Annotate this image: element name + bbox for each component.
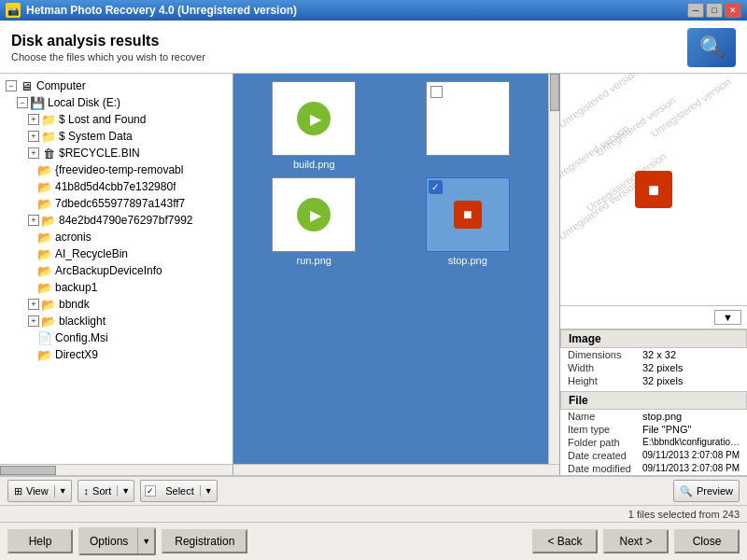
- tree-expand-computer[interactable]: −: [6, 80, 17, 91]
- minimize-button[interactable]: ─: [687, 3, 704, 18]
- dimensions-value: 32 x 32: [642, 349, 676, 360]
- tree-expand-system-data[interactable]: +: [28, 131, 39, 142]
- options-button[interactable]: Options: [80, 529, 137, 553]
- preview-dropdown[interactable]: ▼: [560, 305, 747, 329]
- tree-label-folder3: 84e2bd4790e76297bf7992: [59, 214, 192, 227]
- preview-btn[interactable]: 🔍 Preview: [673, 480, 740, 502]
- right-panel: Unregistered version Unregistered versio…: [560, 74, 747, 475]
- folder-icon-ai-recycle: 📂: [37, 246, 52, 261]
- sort-icon-label[interactable]: ↕ Sort: [78, 485, 119, 497]
- folder-icon-bbndk: 📂: [41, 297, 56, 312]
- registration-button[interactable]: Registration: [162, 529, 247, 553]
- file-item-build[interactable]: build.png: [241, 81, 388, 170]
- created-label: Date created: [568, 450, 642, 461]
- file-thumb-run[interactable]: [272, 177, 356, 252]
- options-btn-group[interactable]: Options ▼: [78, 527, 156, 555]
- tree-item-local-disk[interactable]: − 💾 Local Disk (E:): [0, 94, 233, 111]
- middle-scroll-thumb[interactable]: [550, 74, 559, 111]
- file-thumb-stop[interactable]: ✓: [426, 177, 510, 252]
- watermark-2: Unregistered version: [594, 94, 678, 158]
- tree-item-arcbackup[interactable]: 📂 ArcBackupDeviceInfo: [0, 262, 233, 279]
- tree-expand-blacklight[interactable]: +: [28, 315, 39, 327]
- stop-icon-stop: [454, 201, 482, 229]
- tree-expand-lost-found[interactable]: +: [28, 114, 39, 125]
- tree-expand-bbndk[interactable]: +: [28, 299, 39, 310]
- preview-icon-label[interactable]: 🔍 Preview: [674, 485, 739, 497]
- file-thumb-empty[interactable]: [426, 81, 510, 156]
- middle-panel-vscrollbar[interactable]: [548, 74, 559, 464]
- title-bar-controls: ─ □ ✕: [687, 3, 741, 18]
- tree-item-bbndk[interactable]: + 📂 bbndk: [0, 296, 233, 313]
- left-panel: − 🖥 Computer − 💾 Local Disk (E:) + 📁 $ L…: [0, 74, 233, 475]
- close-button[interactable]: Close: [674, 529, 740, 553]
- file-item-empty[interactable]: [395, 81, 542, 170]
- tree-item-folder2[interactable]: 📂 7dbedc655977897a143ff7: [0, 195, 233, 212]
- tree-expand-local-disk[interactable]: −: [17, 97, 28, 108]
- page-title: Disk analysis results: [11, 33, 205, 49]
- sort-label: Sort: [92, 485, 111, 497]
- info-row-width: Width 32 pixels: [560, 361, 747, 374]
- tree-item-recycle-bin[interactable]: + 🗑 $RECYCLE.BIN: [0, 145, 233, 161]
- next-button[interactable]: Next >: [603, 529, 669, 553]
- file-checkbox-empty[interactable]: [430, 86, 443, 98]
- select-label[interactable]: Select: [160, 485, 201, 497]
- hdd-icon: 💾: [30, 95, 45, 110]
- tree-item-folder3[interactable]: + 📂 84e2bd4790e76297bf7992: [0, 212, 233, 229]
- tree-h-scrollbar[interactable]: [0, 464, 233, 475]
- play-icon-run: [297, 198, 331, 231]
- tree-label-local-disk: Local Disk (E:): [48, 96, 120, 109]
- close-window-button[interactable]: ✕: [725, 3, 741, 18]
- tree-item-folder1[interactable]: 📂 41b8d5d4cbb7e132980f: [0, 178, 233, 195]
- view-icon-label[interactable]: ⊞ View: [8, 485, 55, 497]
- options-dropdown-arrow[interactable]: ▼: [137, 529, 154, 553]
- tree-label-folder2: 7dbedc655977897a143ff7: [55, 197, 185, 210]
- file-item-stop[interactable]: ✓ stop.png: [395, 177, 542, 266]
- info-row-type: Item type File "PNG": [560, 423, 747, 436]
- title-bar-left: 📷 Hetman Photo Recovery 4.0 (Unregistere…: [6, 3, 297, 18]
- select-checkbox: ✓: [141, 485, 160, 497]
- tree-item-config-msi[interactable]: 📄 Config.Msi: [0, 329, 233, 346]
- window-title: Hetman Photo Recovery 4.0 (Unregistered …: [26, 4, 297, 17]
- folder-icon-1: 📂: [37, 179, 52, 194]
- preview-icon: 🔍: [680, 485, 693, 497]
- tree-item-backup1[interactable]: 📂 backup1: [0, 279, 233, 296]
- help-button[interactable]: Help: [7, 529, 73, 553]
- folder-icon-3: 📂: [41, 213, 56, 228]
- tree-expand-recycle-bin[interactable]: +: [28, 147, 39, 159]
- tree-item-freevideo[interactable]: 📂 {freevideo-temp-removabl: [0, 161, 233, 178]
- status-text: 1 files selected from 243: [628, 509, 740, 520]
- width-label: Width: [568, 362, 642, 373]
- tree-expand-folder3[interactable]: +: [28, 215, 39, 226]
- sort-btn-group[interactable]: ↕ Sort ▼: [78, 480, 135, 502]
- tree-label-ai-recycle: AI_RecycleBin: [55, 247, 128, 260]
- back-button[interactable]: < Back: [532, 529, 598, 553]
- file-label-stop: stop.png: [448, 255, 487, 266]
- tree-item-blacklight[interactable]: + 📂 blacklight: [0, 313, 233, 329]
- watermark-5: Unregistered version: [560, 178, 641, 242]
- maximize-button[interactable]: □: [706, 3, 723, 18]
- tree-item-ai-recycle[interactable]: 📂 AI_RecycleBin: [0, 245, 233, 262]
- middle-panel[interactable]: build.png run.png: [233, 74, 560, 475]
- file-checkbox-stop[interactable]: ✓: [430, 182, 443, 194]
- tree-h-scroll-thumb[interactable]: [0, 466, 56, 475]
- image-section-title: Image: [560, 329, 747, 348]
- dimensions-label: Dimensions: [568, 349, 642, 360]
- tree-item-acronis[interactable]: 📂 acronis: [0, 229, 233, 245]
- select-btn-group[interactable]: ✓ Select ▼: [140, 480, 218, 502]
- info-row-folder: Folder path E:\bbndk\configuration\org.e…: [560, 436, 747, 449]
- tree-item-directx9[interactable]: 📂 DirectX9: [0, 346, 233, 363]
- preview-dropdown-button[interactable]: ▼: [714, 310, 741, 325]
- file-item-run[interactable]: run.png: [241, 177, 388, 266]
- tree-item-lost-found[interactable]: + 📁 $ Lost and Found: [0, 111, 233, 128]
- select-dropdown-arrow[interactable]: ▼: [201, 486, 217, 496]
- middle-panel-hscrollbar[interactable]: [233, 464, 559, 475]
- tree-item-computer[interactable]: − 🖥 Computer: [0, 77, 233, 94]
- tree-view[interactable]: − 🖥 Computer − 💾 Local Disk (E:) + 📁 $ L…: [0, 74, 233, 464]
- tree-label-computer: Computer: [36, 79, 86, 92]
- height-label: Height: [568, 375, 642, 386]
- view-btn-group[interactable]: ⊞ View ▼: [7, 480, 72, 502]
- tree-item-system-data[interactable]: + 📁 $ System Data: [0, 128, 233, 145]
- file-thumb-build[interactable]: [272, 81, 356, 156]
- view-dropdown-arrow[interactable]: ▼: [55, 486, 71, 496]
- sort-dropdown-arrow[interactable]: ▼: [118, 486, 134, 496]
